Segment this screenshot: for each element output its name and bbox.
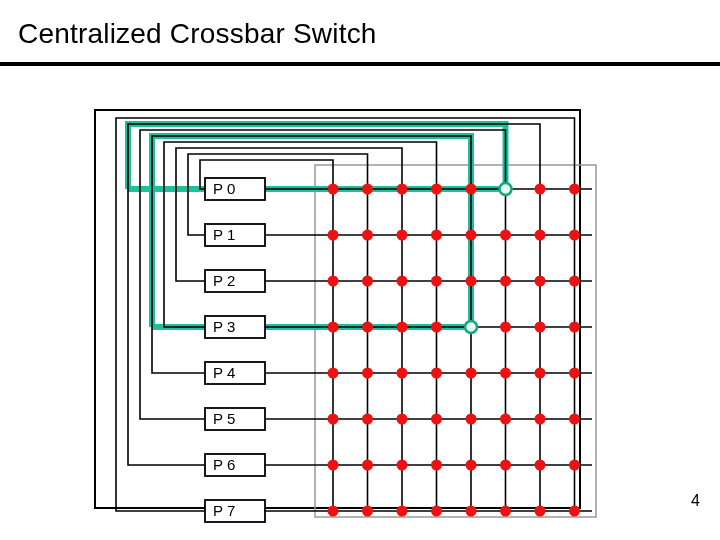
crosspoint xyxy=(328,322,339,333)
crosspoint xyxy=(535,414,546,425)
crosspoint xyxy=(362,230,373,241)
port-label: P 6 xyxy=(213,456,235,473)
crossbar-diagram: P 0P 1P 2P 3P 4P 5P 6P 7 xyxy=(0,0,720,540)
crosspoint xyxy=(535,368,546,379)
crosspoint xyxy=(362,506,373,517)
crosspoint xyxy=(500,506,511,517)
crosspoint xyxy=(569,414,580,425)
crosspoint xyxy=(431,230,442,241)
crosspoint xyxy=(500,230,511,241)
crosspoint xyxy=(466,276,477,287)
crosspoint xyxy=(466,506,477,517)
crosspoint xyxy=(500,276,511,287)
crosspoint xyxy=(466,184,477,195)
crosspoint xyxy=(328,506,339,517)
crosspoint xyxy=(362,368,373,379)
crosspoint xyxy=(535,184,546,195)
crosspoint xyxy=(569,368,580,379)
crosspoint xyxy=(328,460,339,471)
port-label: P 5 xyxy=(213,410,235,427)
crosspoint xyxy=(431,184,442,195)
crosspoint xyxy=(466,414,477,425)
port-label: P 7 xyxy=(213,502,235,519)
port-label: P 1 xyxy=(213,226,235,243)
crosspoint xyxy=(431,322,442,333)
crosspoint xyxy=(397,276,408,287)
port-label: P 3 xyxy=(213,318,235,335)
crosspoint xyxy=(466,460,477,471)
crosspoint xyxy=(397,230,408,241)
crosspoint xyxy=(535,276,546,287)
crosspoint xyxy=(362,184,373,195)
crosspoint xyxy=(569,230,580,241)
crosspoint xyxy=(397,368,408,379)
crosspoint xyxy=(569,322,580,333)
crosspoint xyxy=(397,506,408,517)
crosspoint xyxy=(500,414,511,425)
crosspoint xyxy=(328,230,339,241)
crosspoint-active xyxy=(500,183,512,195)
port-label: P 0 xyxy=(213,180,235,197)
crosspoint xyxy=(397,414,408,425)
crosspoint xyxy=(362,460,373,471)
crosspoint xyxy=(569,276,580,287)
crosspoint xyxy=(535,506,546,517)
crosspoint xyxy=(431,506,442,517)
crosspoint xyxy=(397,460,408,471)
port-label: P 2 xyxy=(213,272,235,289)
crosspoint xyxy=(500,322,511,333)
crosspoint xyxy=(500,368,511,379)
crosspoint xyxy=(569,184,580,195)
crosspoint xyxy=(431,276,442,287)
crosspoint xyxy=(328,368,339,379)
crosspoint xyxy=(500,460,511,471)
crosspoint xyxy=(535,322,546,333)
crosspoint xyxy=(328,184,339,195)
crosspoint xyxy=(431,460,442,471)
port-label: P 4 xyxy=(213,364,235,381)
crosspoint xyxy=(397,322,408,333)
crosspoint xyxy=(466,230,477,241)
crosspoint xyxy=(535,230,546,241)
crosspoint xyxy=(535,460,546,471)
crosspoint xyxy=(362,322,373,333)
crosspoint xyxy=(397,184,408,195)
crosspoint xyxy=(569,460,580,471)
crosspoint-active xyxy=(465,321,477,333)
crosspoint xyxy=(431,414,442,425)
crosspoint xyxy=(431,368,442,379)
crosspoint xyxy=(362,276,373,287)
crosspoint xyxy=(328,276,339,287)
crosspoint xyxy=(328,414,339,425)
crosspoint xyxy=(362,414,373,425)
crosspoint xyxy=(569,506,580,517)
crosspoint xyxy=(466,368,477,379)
